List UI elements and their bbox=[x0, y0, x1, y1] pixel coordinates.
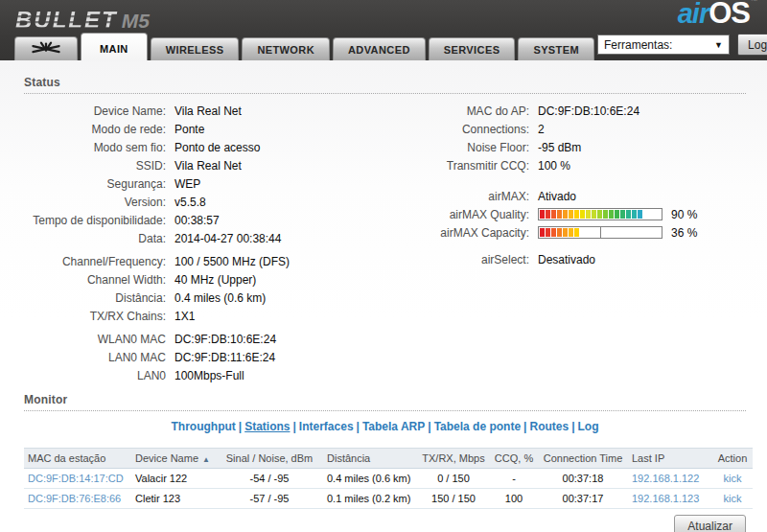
monitor-section-title: Monitor bbox=[24, 393, 746, 411]
sort-asc-icon[interactable]: ▲ bbox=[202, 455, 210, 464]
cell-link-last-ip[interactable]: 192.168.1.122 bbox=[632, 473, 699, 484]
bar-segment bbox=[540, 228, 545, 237]
status-row: MAC do AP:DC:9F:DB:10:6E:24 bbox=[362, 102, 697, 120]
column-header-mac-da-esta-o: MAC da estação bbox=[24, 449, 131, 469]
bar-segment bbox=[586, 210, 591, 219]
cell-ccq: 100 bbox=[490, 489, 538, 509]
status-label: airMAX Quality: bbox=[362, 208, 529, 221]
bar-segment bbox=[574, 228, 579, 237]
cell-link-action[interactable]: kick bbox=[724, 473, 742, 484]
link-separator: | bbox=[293, 420, 296, 433]
bar-segment bbox=[546, 210, 550, 219]
cell-last-ip: 192.168.1.123 bbox=[628, 489, 712, 509]
cell-connection-time: 00:37:17 bbox=[538, 489, 628, 509]
product-name: BULLET bbox=[15, 7, 118, 33]
column-header-action: Action bbox=[712, 449, 753, 469]
tab-wireless[interactable]: WIRELESS bbox=[151, 37, 240, 60]
status-value: 2014-04-27 00:38:44 bbox=[174, 232, 281, 245]
status-label: Distância: bbox=[24, 291, 166, 305]
bar-segment bbox=[603, 210, 608, 219]
cell-tx-rx-mbps: 150 / 150 bbox=[417, 489, 490, 509]
bar-segment bbox=[626, 210, 631, 219]
monitor-section: Monitor Throughput|Stations|Interfaces|T… bbox=[24, 393, 746, 532]
status-row: Segurança:WEP bbox=[24, 174, 290, 193]
link-separator: | bbox=[428, 420, 430, 433]
status-value: DC:9F:DB:10:6E:24 bbox=[538, 104, 639, 118]
status-label: LAN0 bbox=[24, 369, 166, 382]
status-label: Channel Width: bbox=[24, 273, 166, 287]
header-controls: Ferramentas: ▼ Logout bbox=[597, 34, 767, 60]
bar-segment bbox=[580, 210, 585, 219]
status-columns: Device Name:Vila Real NetModo de rede:Po… bbox=[24, 102, 746, 385]
link-separator: | bbox=[239, 420, 242, 433]
logout-button[interactable]: Logout bbox=[737, 34, 767, 56]
refresh-button[interactable]: Atualizar bbox=[674, 515, 746, 532]
cell-mac-da-esta-o: DC:9F:DB:76:E8:66 bbox=[24, 489, 131, 509]
cell-link-action[interactable]: kick bbox=[724, 493, 742, 504]
dropdown-caret-icon: ▼ bbox=[714, 40, 723, 50]
bar-segment bbox=[638, 210, 642, 219]
monitor-link-tabela-de-ponte[interactable]: Tabela de ponte bbox=[434, 420, 521, 433]
tab-system[interactable]: SYSTEM bbox=[518, 37, 594, 60]
tab-home[interactable] bbox=[14, 36, 78, 60]
status-value: 1X1 bbox=[174, 310, 195, 323]
progress-bar bbox=[538, 226, 662, 239]
column-header-dist-ncia: Distância bbox=[323, 449, 417, 469]
column-header-label: Action bbox=[718, 452, 748, 464]
cell-action: kick bbox=[712, 469, 753, 489]
status-row: LAN0100Mbps-Full bbox=[24, 366, 290, 384]
bar-segment bbox=[540, 210, 545, 219]
status-label: Version: bbox=[24, 196, 166, 209]
monitor-link-throughput[interactable]: Throughput bbox=[171, 420, 235, 433]
tab-advanced[interactable]: ADVANCED bbox=[333, 37, 426, 60]
bar-segment bbox=[632, 210, 637, 219]
status-label: Segurança: bbox=[24, 177, 166, 191]
status-label: Tempo de disponibilidade: bbox=[24, 214, 166, 227]
cell-ccq: - bbox=[490, 469, 538, 489]
main-content: Status Device Name:Vila Real NetModo de … bbox=[0, 60, 767, 532]
column-header-tx-rx-mbps: TX/RX, Mbps bbox=[417, 449, 490, 469]
cell-link-last-ip[interactable]: 192.168.1.123 bbox=[632, 493, 699, 504]
status-label: airMAX: bbox=[362, 190, 529, 203]
status-section: Status Device Name:Vila Real NetModo de … bbox=[24, 76, 746, 385]
status-label: airSelect: bbox=[362, 253, 529, 266]
status-row: Noise Floor:-95 dBm bbox=[362, 138, 697, 156]
monitor-link-routes[interactable]: Routes bbox=[529, 420, 569, 433]
status-value: Ponto de acesso bbox=[174, 141, 260, 154]
bar-segment bbox=[609, 210, 614, 219]
airos-page: BULLETM5 airOS™ MAINWIRELESSNETWORKADVAN… bbox=[0, 0, 767, 532]
header: BULLETM5 airOS™ MAINWIRELESSNETWORKADVAN… bbox=[0, 0, 767, 60]
tab-main[interactable]: MAIN bbox=[81, 33, 148, 60]
tools-select-value: Ferramentas: bbox=[604, 38, 672, 52]
status-value: Vila Real Net bbox=[174, 159, 242, 173]
status-value: 100 % bbox=[538, 159, 570, 173]
airos-logo-air: air bbox=[678, 0, 709, 29]
bar-segment bbox=[546, 228, 550, 237]
airmax-capacity-bar: 36 % bbox=[538, 226, 697, 240]
monitor-link-interfaces[interactable]: Interfaces bbox=[299, 420, 354, 433]
status-value: 2 bbox=[538, 123, 545, 136]
column-header-label: Connection Time bbox=[544, 452, 623, 464]
bar-segment bbox=[569, 210, 573, 219]
tab-services[interactable]: SERVICES bbox=[429, 37, 516, 60]
status-label: Connections: bbox=[362, 123, 529, 136]
tools-select[interactable]: Ferramentas: ▼ bbox=[597, 35, 730, 55]
cell-link-mac-da-esta-o[interactable]: DC:9F:DB:76:E8:66 bbox=[28, 493, 121, 504]
status-value: DC:9F:DB:10:6E:24 bbox=[174, 333, 276, 346]
monitor-link-tabela-arp[interactable]: Tabela ARP bbox=[362, 420, 425, 433]
station-row: DC:9F:DB:14:17:CDValacir 122-54 / -950.4… bbox=[24, 469, 753, 489]
airos-logo-os: OS bbox=[709, 0, 750, 30]
status-row: airMAX Capacity:36 % bbox=[362, 223, 697, 242]
status-label: Channel/Frequency: bbox=[24, 255, 166, 268]
monitor-link-log[interactable]: Log bbox=[578, 420, 599, 433]
bar-segment bbox=[557, 228, 562, 237]
bar-segment bbox=[563, 228, 568, 237]
status-row: Tempo de disponibilidade:00:38:57 bbox=[24, 211, 290, 229]
monitor-link-stations[interactable]: Stations bbox=[244, 420, 290, 433]
cell-device-name: Cletir 123 bbox=[131, 489, 216, 509]
tab-network[interactable]: NETWORK bbox=[242, 37, 330, 60]
column-header-device-name: Device Name▲ bbox=[131, 449, 216, 469]
status-value: 0.4 miles (0.6 km) bbox=[174, 291, 266, 305]
cell-link-mac-da-esta-o[interactable]: DC:9F:DB:14:17:CD bbox=[28, 473, 124, 484]
status-value: Ponte bbox=[174, 123, 204, 136]
